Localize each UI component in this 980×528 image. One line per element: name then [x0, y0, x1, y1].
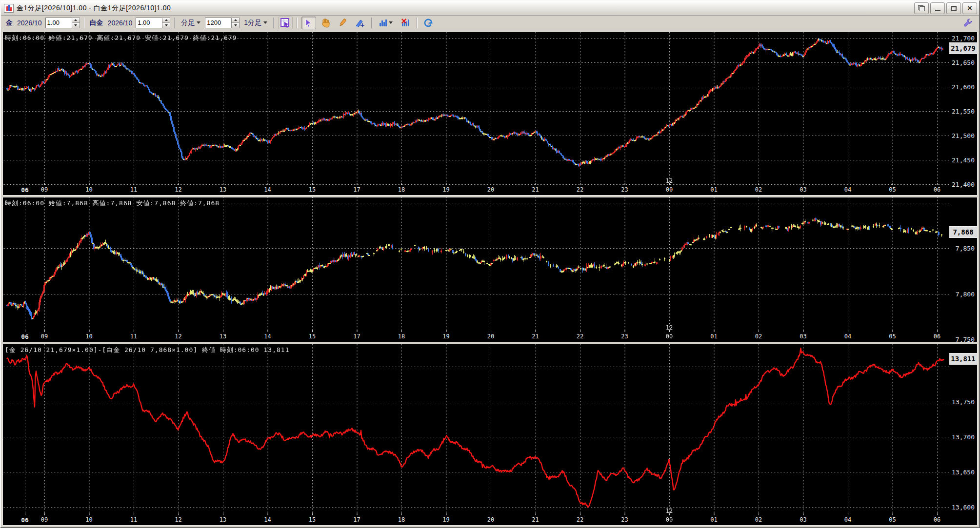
x-axis-label: 09: [41, 333, 48, 340]
platinum-chart-canvas[interactable]: [3, 197, 949, 332]
x-axis-label: 15: [309, 516, 316, 523]
hand-pan-tool-button[interactable]: [319, 17, 333, 29]
x-axis-label: 19: [442, 186, 449, 193]
separator: [174, 18, 175, 28]
gold-label: 金: [6, 19, 13, 27]
chevron-down-icon: [389, 21, 393, 24]
x-axis-label: 06: [21, 516, 29, 524]
x-axis-label: 15: [309, 333, 316, 340]
cursor-tool-button[interactable]: [301, 17, 316, 29]
marker-move-icon: [355, 18, 365, 28]
maximize-button[interactable]: [946, 2, 961, 14]
refresh-button[interactable]: R: [421, 17, 436, 29]
last-price-badge: 21,679: [949, 42, 977, 54]
charts-container: 時刻:06:00 始値:21,679 高値:21,679 安値:21,679 終…: [1, 30, 979, 527]
x-axis-label: 13: [220, 186, 226, 193]
separator: [84, 18, 85, 28]
platinum-ratio-down-button[interactable]: [162, 22, 170, 28]
last-price-badge: 7,868: [949, 226, 977, 238]
x-axis-label: 15: [309, 186, 316, 193]
platinum-ratio-spinner: [136, 18, 170, 28]
x-axis-label: 05: [889, 186, 896, 193]
y-axis-label: 7,850: [956, 245, 975, 252]
x-axis-label: 09: [41, 516, 48, 523]
y-axis-label: 13,750: [952, 398, 975, 405]
x-axis-label: 04: [844, 516, 851, 523]
gold-price-axis: 21,70021,65021,60021,55021,50021,45021,4…: [949, 32, 977, 195]
x-axis-label: 14: [264, 516, 271, 523]
x-axis-label: 23: [621, 333, 628, 340]
cursor-icon: [304, 19, 313, 27]
app-icon: [4, 4, 14, 13]
platinum-ratio-input[interactable]: [136, 18, 162, 28]
separator: [297, 18, 298, 28]
x-axis-label: 06: [934, 186, 940, 193]
last-price-badge: 13,811: [949, 353, 977, 365]
date-change-marker: 12: [666, 508, 673, 514]
x-axis-label: 21: [532, 186, 539, 193]
indicator-delete-button[interactable]: ✕: [398, 17, 413, 29]
x-axis-label: 04: [844, 186, 851, 193]
gold-chart-panel: 時刻:06:00 始値:21,679 高値:21,679 安値:21,679 終…: [2, 32, 978, 196]
gold-chart-canvas[interactable]: [3, 32, 949, 185]
y-axis-label: 13,700: [952, 433, 975, 440]
bar-count-down-button[interactable]: [232, 22, 239, 28]
platinum-ratio-up-button[interactable]: [162, 18, 170, 23]
minimize-button[interactable]: [930, 2, 945, 14]
interval-dropdown[interactable]: 1分足: [242, 18, 269, 28]
x-axis-label: 20: [487, 333, 494, 340]
x-axis-label: 01: [710, 186, 717, 193]
platinum-price-axis: 7,8507,8007,7507,868: [949, 197, 977, 342]
marker-move-tool-button[interactable]: [353, 17, 367, 29]
x-axis-label: 00: [666, 333, 673, 340]
cascade-icon: [918, 5, 925, 11]
refresh-icon: R: [424, 18, 434, 28]
chart-window: 金1分足[2026/10]1.00 - 白金1分足[2026/10]1.00 ×…: [0, 0, 980, 528]
bar-count-input[interactable]: [205, 18, 231, 28]
spread-chart-panel: [金 26/10 21,679×1.00]-[白金 26/10 7,868×1.…: [2, 344, 978, 526]
x-axis-label: 14: [264, 333, 271, 340]
indicator-menu-button[interactable]: [376, 17, 396, 29]
period-type-dropdown[interactable]: 分足: [179, 18, 202, 28]
x-axis-label: 22: [577, 186, 583, 193]
x-axis-label: 00: [666, 186, 673, 193]
close-button[interactable]: ×: [962, 2, 977, 14]
chevron-down-icon: [263, 21, 267, 24]
settings-wrench-button[interactable]: [960, 17, 975, 29]
x-axis-label: 21: [532, 333, 539, 340]
spread-value-axis: 13,75013,70013,65013,60013,811: [949, 344, 977, 525]
separator: [417, 18, 418, 28]
pencil-draw-icon: [338, 18, 348, 28]
x-axis-label: 09: [41, 186, 48, 193]
date-change-marker: 12: [666, 177, 673, 184]
x-axis-label: 06: [934, 333, 940, 340]
x-axis-label: 17: [353, 516, 360, 523]
x-axis-label: 06: [21, 333, 29, 340]
date-change-marker: 12: [666, 324, 673, 331]
gold-ratio-up-button[interactable]: [72, 18, 80, 23]
x-axis-label: 22: [577, 333, 583, 340]
x-axis-label: 06: [21, 186, 29, 194]
y-axis-label: 21,650: [952, 59, 975, 66]
x-axis-label: 03: [800, 333, 806, 340]
y-axis-label: 13,650: [952, 468, 975, 475]
gold-ratio-down-button[interactable]: [72, 22, 80, 28]
y-axis-label: 21,600: [952, 83, 975, 91]
pencil-draw-tool-button[interactable]: [336, 17, 350, 29]
gold-ratio-input[interactable]: [45, 18, 72, 28]
y-axis-label: 21,400: [952, 181, 975, 188]
platinum-ohlc-info: 時刻:06:00 始値:7,868 高値:7,868 安値:7,868 終値:7…: [5, 199, 220, 208]
wrench-settings-icon: [963, 18, 973, 28]
bar-count-up-button[interactable]: [232, 18, 239, 23]
spread-chart-canvas[interactable]: [3, 344, 949, 515]
x-axis-label: 20: [487, 186, 494, 193]
x-axis-label: 05: [889, 333, 896, 340]
x-axis-label: 18: [398, 516, 405, 523]
chart-region-select-button[interactable]: [278, 17, 293, 29]
cascade-window-button[interactable]: [914, 2, 929, 14]
x-axis-label: 18: [398, 186, 405, 193]
titlebar[interactable]: 金1分足[2026/10]1.00 - 白金1分足[2026/10]1.00 ×: [1, 1, 979, 16]
hand-pan-icon: [321, 18, 331, 28]
x-axis-label: 01: [710, 516, 717, 523]
platinum-month-label: 2026/10: [108, 19, 133, 27]
